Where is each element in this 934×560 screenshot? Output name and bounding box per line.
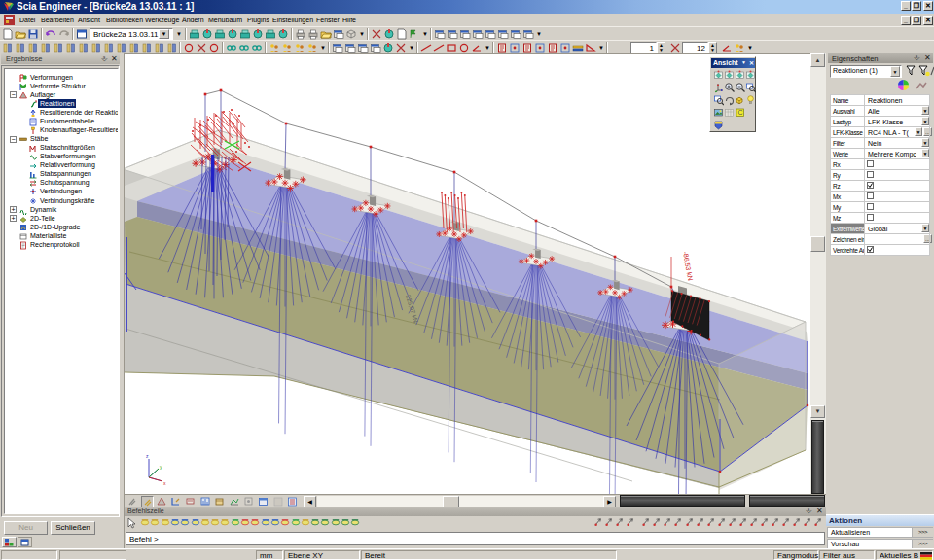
svg-text:C: C [737, 109, 742, 116]
